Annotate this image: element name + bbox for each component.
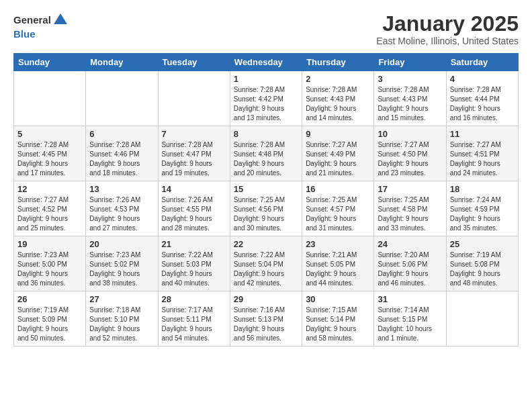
day-number: 31 (378, 294, 442, 304)
day-detail: Sunrise: 7:27 AM Sunset: 4:50 PM Dayligh… (378, 140, 442, 178)
day-number: 18 (450, 184, 515, 194)
day-cell: 3Sunrise: 7:28 AM Sunset: 4:43 PM Daylig… (374, 71, 446, 126)
month-title: January 2025 (376, 12, 519, 36)
day-detail: Sunrise: 7:26 AM Sunset: 4:55 PM Dayligh… (162, 195, 226, 233)
week-row-3: 12Sunrise: 7:27 AM Sunset: 4:52 PM Dayli… (14, 181, 519, 236)
day-detail: Sunrise: 7:28 AM Sunset: 4:48 PM Dayligh… (234, 140, 298, 178)
day-number: 17 (378, 184, 442, 194)
day-cell: 31Sunrise: 7:14 AM Sunset: 5:15 PM Dayli… (374, 291, 446, 347)
day-cell: 30Sunrise: 7:15 AM Sunset: 5:14 PM Dayli… (302, 291, 374, 347)
calendar-body: 1Sunrise: 7:28 AM Sunset: 4:42 PM Daylig… (14, 71, 519, 347)
day-cell: 18Sunrise: 7:24 AM Sunset: 4:59 PM Dayli… (446, 181, 518, 236)
day-detail: Sunrise: 7:25 AM Sunset: 4:58 PM Dayligh… (378, 195, 442, 233)
day-cell (14, 71, 86, 126)
day-detail: Sunrise: 7:27 AM Sunset: 4:52 PM Dayligh… (17, 195, 82, 233)
day-cell: 23Sunrise: 7:21 AM Sunset: 5:05 PM Dayli… (302, 236, 374, 291)
day-number: 7 (162, 129, 226, 139)
day-detail: Sunrise: 7:24 AM Sunset: 4:59 PM Dayligh… (450, 195, 515, 233)
day-number: 14 (162, 184, 226, 194)
day-number: 21 (162, 239, 226, 249)
day-cell: 20Sunrise: 7:23 AM Sunset: 5:02 PM Dayli… (86, 236, 158, 291)
day-detail: Sunrise: 7:27 AM Sunset: 4:49 PM Dayligh… (306, 140, 370, 178)
day-number: 24 (378, 239, 442, 249)
day-cell: 2Sunrise: 7:28 AM Sunset: 4:43 PM Daylig… (302, 71, 374, 126)
day-detail: Sunrise: 7:28 AM Sunset: 4:45 PM Dayligh… (17, 140, 82, 178)
day-detail: Sunrise: 7:26 AM Sunset: 4:53 PM Dayligh… (89, 195, 154, 233)
header-row: Sunday Monday Tuesday Wednesday Thursday… (14, 54, 519, 71)
day-number: 9 (306, 129, 370, 139)
day-detail: Sunrise: 7:28 AM Sunset: 4:43 PM Dayligh… (306, 85, 370, 123)
day-cell (158, 71, 230, 126)
day-number: 20 (89, 239, 154, 249)
day-number: 3 (378, 74, 442, 84)
day-number: 5 (17, 129, 82, 139)
day-number: 29 (234, 294, 298, 304)
col-saturday: Saturday (446, 54, 518, 71)
svg-marker-0 (54, 13, 67, 24)
day-cell: 14Sunrise: 7:26 AM Sunset: 4:55 PM Dayli… (158, 181, 230, 236)
day-number: 23 (306, 239, 370, 249)
day-number: 11 (450, 129, 515, 139)
header: General Blue January 2025 East Moline, I… (13, 12, 519, 46)
day-cell: 26Sunrise: 7:19 AM Sunset: 5:09 PM Dayli… (14, 291, 86, 347)
day-cell: 19Sunrise: 7:23 AM Sunset: 5:00 PM Dayli… (14, 236, 86, 291)
day-number: 19 (17, 239, 82, 249)
day-cell: 7Sunrise: 7:28 AM Sunset: 4:47 PM Daylig… (158, 126, 230, 181)
day-detail: Sunrise: 7:22 AM Sunset: 5:04 PM Dayligh… (234, 250, 298, 288)
day-number: 26 (17, 294, 82, 304)
day-cell: 6Sunrise: 7:28 AM Sunset: 4:46 PM Daylig… (86, 126, 158, 181)
day-number: 13 (89, 184, 154, 194)
day-cell: 4Sunrise: 7:28 AM Sunset: 4:44 PM Daylig… (446, 71, 518, 126)
day-number: 4 (450, 74, 515, 84)
day-cell: 25Sunrise: 7:19 AM Sunset: 5:08 PM Dayli… (446, 236, 518, 291)
day-detail: Sunrise: 7:23 AM Sunset: 5:00 PM Dayligh… (17, 250, 82, 288)
day-cell: 10Sunrise: 7:27 AM Sunset: 4:50 PM Dayli… (374, 126, 446, 181)
day-detail: Sunrise: 7:15 AM Sunset: 5:14 PM Dayligh… (306, 306, 370, 343)
logo-general-text: General (13, 15, 51, 26)
day-cell: 1Sunrise: 7:28 AM Sunset: 4:42 PM Daylig… (230, 71, 302, 126)
day-number: 6 (89, 129, 154, 139)
day-detail: Sunrise: 7:28 AM Sunset: 4:42 PM Dayligh… (234, 85, 298, 123)
calendar-table: Sunday Monday Tuesday Wednesday Thursday… (13, 53, 519, 347)
day-number: 22 (234, 239, 298, 249)
day-cell: 16Sunrise: 7:25 AM Sunset: 4:57 PM Dayli… (302, 181, 374, 236)
day-cell: 12Sunrise: 7:27 AM Sunset: 4:52 PM Dayli… (14, 181, 86, 236)
day-number: 15 (234, 184, 298, 194)
day-detail: Sunrise: 7:14 AM Sunset: 5:15 PM Dayligh… (378, 306, 442, 343)
day-cell: 9Sunrise: 7:27 AM Sunset: 4:49 PM Daylig… (302, 126, 374, 181)
day-detail: Sunrise: 7:22 AM Sunset: 5:03 PM Dayligh… (162, 250, 226, 288)
col-sunday: Sunday (14, 54, 86, 71)
day-detail: Sunrise: 7:28 AM Sunset: 4:46 PM Dayligh… (89, 140, 154, 178)
day-detail: Sunrise: 7:27 AM Sunset: 4:51 PM Dayligh… (450, 140, 515, 178)
day-cell: 8Sunrise: 7:28 AM Sunset: 4:48 PM Daylig… (230, 126, 302, 181)
day-cell: 29Sunrise: 7:16 AM Sunset: 5:13 PM Dayli… (230, 291, 302, 347)
day-number: 27 (89, 294, 154, 304)
day-cell: 11Sunrise: 7:27 AM Sunset: 4:51 PM Dayli… (446, 126, 518, 181)
day-cell: 5Sunrise: 7:28 AM Sunset: 4:45 PM Daylig… (14, 126, 86, 181)
day-cell: 22Sunrise: 7:22 AM Sunset: 5:04 PM Dayli… (230, 236, 302, 291)
logo-blue-text: Blue (13, 28, 36, 40)
day-number: 25 (450, 239, 515, 249)
col-monday: Monday (86, 54, 158, 71)
day-cell: 13Sunrise: 7:26 AM Sunset: 4:53 PM Dayli… (86, 181, 158, 236)
day-detail: Sunrise: 7:19 AM Sunset: 5:08 PM Dayligh… (450, 250, 515, 288)
week-row-1: 1Sunrise: 7:28 AM Sunset: 4:42 PM Daylig… (14, 71, 519, 126)
day-number: 16 (306, 184, 370, 194)
day-detail: Sunrise: 7:28 AM Sunset: 4:43 PM Dayligh… (378, 85, 442, 123)
day-cell: 15Sunrise: 7:25 AM Sunset: 4:56 PM Dayli… (230, 181, 302, 236)
day-detail: Sunrise: 7:25 AM Sunset: 4:56 PM Dayligh… (234, 195, 298, 233)
location-subtitle: East Moline, Illinois, United States (376, 36, 519, 46)
day-detail: Sunrise: 7:19 AM Sunset: 5:09 PM Dayligh… (17, 306, 82, 343)
week-row-2: 5Sunrise: 7:28 AM Sunset: 4:45 PM Daylig… (14, 126, 519, 181)
week-row-4: 19Sunrise: 7:23 AM Sunset: 5:00 PM Dayli… (14, 236, 519, 291)
calendar-page: General Blue January 2025 East Moline, I… (0, 0, 532, 411)
day-cell: 28Sunrise: 7:17 AM Sunset: 5:11 PM Dayli… (158, 291, 230, 347)
day-cell: 24Sunrise: 7:20 AM Sunset: 5:06 PM Dayli… (374, 236, 446, 291)
day-number: 10 (378, 129, 442, 139)
day-detail: Sunrise: 7:23 AM Sunset: 5:02 PM Dayligh… (89, 250, 154, 288)
col-friday: Friday (374, 54, 446, 71)
col-wednesday: Wednesday (230, 54, 302, 71)
day-detail: Sunrise: 7:16 AM Sunset: 5:13 PM Dayligh… (234, 306, 298, 343)
col-thursday: Thursday (302, 54, 374, 71)
day-detail: Sunrise: 7:17 AM Sunset: 5:11 PM Dayligh… (162, 306, 226, 343)
